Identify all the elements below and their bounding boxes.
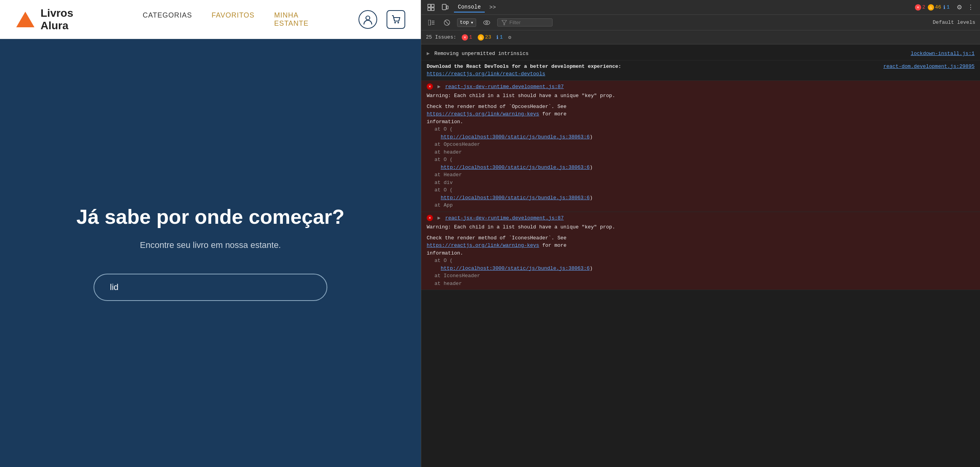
console-message-3g: at OpcoesHeader bbox=[434, 141, 975, 149]
eye-icon bbox=[483, 20, 490, 25]
devtools-console-content: ▶ Removing unpermitted intrinsics lockdo… bbox=[421, 44, 980, 467]
filter-input[interactable] bbox=[509, 19, 548, 25]
tab-console[interactable]: Console bbox=[454, 2, 485, 12]
bundle-link-4a[interactable]: http://localhost:3000/static/js/bundle.j… bbox=[441, 265, 590, 271]
settings-button[interactable]: ⚙ bbox=[955, 2, 964, 12]
warning-keys-link-4[interactable]: https://reactjs.org/link/warning-keys bbox=[427, 242, 539, 248]
svg-point-17 bbox=[486, 21, 488, 23]
issues-warning-badge: △ 23 bbox=[478, 34, 491, 41]
svg-point-1 bbox=[366, 16, 370, 20]
bundle-link-3a[interactable]: http://localhost:3000/static/js/bundle.j… bbox=[441, 134, 590, 140]
console-file-link-2[interactable]: react-dom.development.js:29895 bbox=[883, 63, 975, 71]
expand-toggle-4[interactable]: ▶ bbox=[438, 214, 441, 222]
issues-warning-count: 23 bbox=[485, 34, 491, 40]
sidebar-icon bbox=[428, 20, 434, 25]
user-icon-button[interactable] bbox=[358, 10, 377, 29]
sidebar-toggle-button[interactable] bbox=[426, 19, 437, 26]
cart-icon bbox=[390, 14, 401, 25]
issues-warning-icon: △ bbox=[478, 34, 484, 41]
console-message-3h: at header bbox=[434, 149, 975, 156]
devtools-tabs: Console >> bbox=[454, 2, 500, 12]
console-message-4b: Check the render method of `IconesHeader… bbox=[427, 234, 975, 242]
console-message-4g: at IconesHeader bbox=[434, 272, 975, 280]
context-label: top bbox=[460, 19, 469, 25]
nav-link-favoritos[interactable]: FAVORITOS bbox=[212, 11, 254, 28]
logo-normal: Livros bbox=[41, 7, 73, 19]
context-dropdown-arrow: ▾ bbox=[470, 19, 473, 26]
console-file-link-4[interactable]: react-jsx-dev-runtime.development.js:87 bbox=[445, 215, 563, 221]
bundle-link-3b[interactable]: http://localhost:3000/static/js/bundle.j… bbox=[441, 165, 590, 170]
svg-rect-6 bbox=[428, 8, 431, 11]
console-message-3l: at div bbox=[434, 179, 975, 187]
inspect-element-button[interactable] bbox=[426, 2, 436, 12]
bundle-link-3c[interactable]: http://localhost:3000/static/js/bundle.j… bbox=[441, 195, 590, 201]
eye-button[interactable] bbox=[481, 19, 493, 26]
svg-marker-0 bbox=[16, 12, 35, 27]
console-file-link-3[interactable]: react-jsx-dev-runtime.development.js:87 bbox=[445, 84, 563, 90]
hero-title: Já sabe por onde começar? bbox=[76, 205, 344, 228]
svg-rect-5 bbox=[431, 4, 434, 7]
warning-badge: △ 46 bbox=[928, 4, 941, 11]
console-message-3d: information. bbox=[427, 118, 975, 126]
devtools-issues-bar: 25 Issues: ✕ 1 △ 23 ℹ 1 ⚙ bbox=[421, 30, 980, 44]
expand-toggle-3[interactable]: ▶ bbox=[438, 83, 441, 91]
expand-toggle-1[interactable]: ▶ bbox=[427, 50, 430, 58]
warning-count: 46 bbox=[935, 4, 941, 10]
logo-area: Livros Alura bbox=[16, 7, 104, 32]
device-toolbar-button[interactable] bbox=[440, 2, 450, 12]
devtools-panel: Console >> ✕ 2 △ 46 ℹ 1 ⚙ ⋮ bbox=[421, 0, 980, 467]
warning-keys-link-3[interactable]: https://reactjs.org/link/warning-keys bbox=[427, 111, 539, 117]
svg-point-16 bbox=[484, 21, 490, 25]
filter-icon bbox=[501, 20, 507, 25]
more-menu-button[interactable]: ⋮ bbox=[966, 2, 975, 12]
console-entry-3: ✕ ▶ react-jsx-dev-runtime.development.js… bbox=[421, 81, 980, 212]
console-entry-2: react-dom.development.js:29895 Download … bbox=[421, 60, 980, 81]
console-message-3n: http://localhost:3000/static/js/bundle.j… bbox=[441, 194, 975, 202]
info-count: 1 bbox=[946, 4, 950, 10]
svg-line-15 bbox=[445, 21, 449, 25]
devtools-main-toolbar: Console >> ✕ 2 △ 46 ℹ 1 ⚙ ⋮ bbox=[421, 0, 980, 15]
tab-more[interactable]: >> bbox=[486, 3, 500, 12]
console-entry-1: ▶ Removing unpermitted intrinsics lockdo… bbox=[421, 48, 980, 60]
console-message-3b: Check the render method of `OpcoesHeader… bbox=[427, 103, 975, 111]
devtools-filter-toolbar: top ▾ Default levels bbox=[421, 15, 980, 30]
logo-triangle-icon bbox=[16, 10, 35, 29]
svg-point-3 bbox=[397, 22, 399, 23]
devtools-badges: ✕ 2 △ 46 ℹ 1 ⚙ ⋮ bbox=[915, 2, 975, 12]
default-levels-button[interactable]: Default levels bbox=[933, 19, 975, 25]
issues-error-icon: ✕ bbox=[462, 34, 468, 41]
issues-info-count: 1 bbox=[500, 34, 503, 40]
error-badge-icon: ✕ bbox=[915, 4, 921, 11]
logo-bold: Alura bbox=[41, 19, 69, 32]
stop-button[interactable] bbox=[441, 19, 452, 27]
issues-error-badge: ✕ 1 bbox=[462, 34, 472, 41]
console-message-3e: at O ( bbox=[434, 126, 975, 133]
svg-point-2 bbox=[394, 22, 396, 23]
console-message-3i: at O ( bbox=[434, 156, 975, 164]
context-selector[interactable]: top ▾ bbox=[457, 18, 476, 27]
issues-label: 25 Issues: bbox=[426, 34, 456, 40]
svg-rect-8 bbox=[442, 4, 446, 10]
console-link-react-devtools[interactable]: https://reactjs.org/link/react-devtools bbox=[427, 70, 975, 78]
console-message-4e: at O ( bbox=[434, 257, 975, 265]
stop-icon bbox=[444, 19, 450, 26]
console-entry-4: ✕ ▶ react-jsx-dev-runtime.development.js… bbox=[421, 212, 980, 290]
cart-icon-button[interactable] bbox=[387, 10, 405, 29]
console-message-4d: information. bbox=[427, 249, 975, 257]
nav-icons bbox=[358, 10, 405, 29]
svg-rect-4 bbox=[428, 4, 431, 7]
nav-link-categorias[interactable]: CATEGORIAS bbox=[143, 11, 192, 28]
console-message-4h: at header bbox=[434, 280, 975, 288]
console-message-4a: Warning: Each child in a list should hav… bbox=[427, 223, 975, 231]
issues-settings-icon[interactable]: ⚙ bbox=[508, 34, 511, 41]
nav-link-minha-estante[interactable]: MINHA ESTANTE bbox=[274, 11, 335, 28]
console-message-4f: http://localhost:3000/static/js/bundle.j… bbox=[441, 265, 975, 272]
browser-area: Livros Alura CATEGORIAS FAVORITOS MINHA … bbox=[0, 0, 421, 467]
issues-info-badge: ℹ 1 bbox=[496, 34, 503, 41]
error-count: 2 bbox=[922, 4, 925, 10]
svg-rect-7 bbox=[431, 8, 434, 11]
console-file-link-1[interactable]: lockdown-install.js:1 bbox=[911, 50, 975, 58]
console-message-3o: at App bbox=[434, 202, 975, 209]
console-message-3f: http://localhost:3000/static/js/bundle.j… bbox=[441, 133, 975, 141]
search-input[interactable] bbox=[110, 282, 311, 292]
